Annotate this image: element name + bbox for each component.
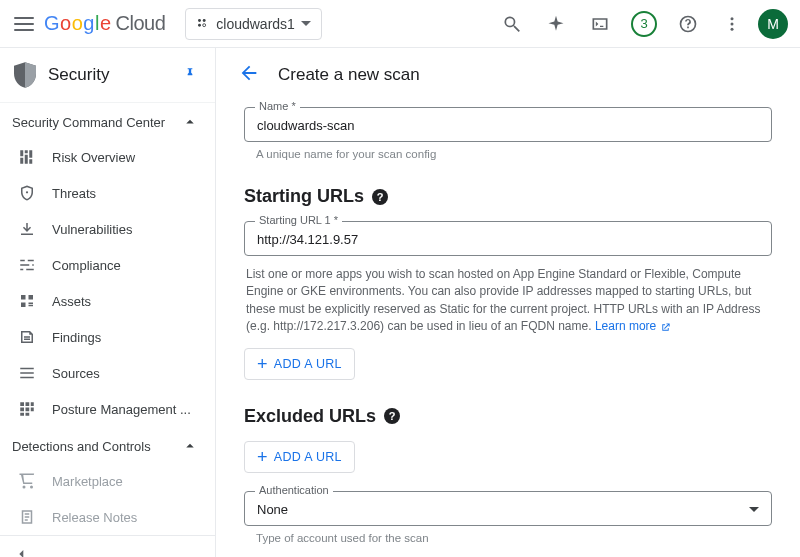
svg-point-0 [198, 19, 201, 22]
plus-icon: + [257, 448, 268, 466]
shield-outline-icon [18, 184, 36, 202]
external-link-icon [660, 322, 671, 333]
cart-icon [18, 472, 36, 490]
svg-point-2 [198, 23, 201, 26]
chevron-up-icon [181, 113, 199, 131]
tune-icon [18, 256, 36, 274]
nav-menu-button[interactable] [12, 12, 36, 36]
sidebar-item-sources[interactable]: Sources [0, 355, 215, 391]
sidebar-item-compliance[interactable]: Compliance [0, 247, 215, 283]
svg-point-7 [26, 191, 28, 193]
svg-point-1 [203, 19, 206, 22]
name-field-wrapper[interactable]: Name * [244, 107, 772, 142]
chevron-left-icon [14, 546, 30, 557]
project-name: cloudwards1 [216, 16, 295, 32]
main-content: Create a new scan Name * A unique name f… [216, 48, 800, 557]
sidebar-item-threats[interactable]: Threats [0, 175, 215, 211]
sparkle-icon [546, 14, 566, 34]
project-icon [196, 17, 210, 31]
authentication-value: None [257, 502, 749, 517]
sidebar-item-assets[interactable]: Assets [0, 283, 215, 319]
sidebar-item-vulnerabilities[interactable]: Vulnerabilities [0, 211, 215, 247]
notifications-button[interactable]: 3 [626, 6, 662, 42]
name-helper: A unique name for your scan config [256, 148, 772, 160]
arrow-left-icon [238, 62, 260, 84]
help-icon[interactable]: ? [384, 408, 400, 424]
search-button[interactable] [494, 6, 530, 42]
download-icon [18, 220, 36, 238]
sidebar-section-detections-controls[interactable]: Detections and Controls [0, 427, 215, 463]
authentication-dropdown[interactable]: Authentication None [244, 491, 772, 526]
grid-icon [18, 400, 36, 418]
starting-urls-title: Starting URLs ? [244, 186, 772, 207]
more-button[interactable] [714, 6, 750, 42]
back-button[interactable] [238, 62, 260, 87]
gemini-button[interactable] [538, 6, 574, 42]
svg-point-6 [731, 27, 734, 30]
google-cloud-logo[interactable]: Google Cloud [44, 12, 165, 35]
search-icon [502, 14, 522, 34]
chevron-up-icon [181, 437, 199, 455]
authentication-label: Authentication [255, 484, 333, 496]
sidebar: Security Security Command Center Risk Ov… [0, 48, 216, 557]
svg-point-3 [203, 23, 206, 26]
sidebar-title: Security [48, 65, 171, 85]
nav-scc: Risk Overview Threats Vulnerabilities Co… [0, 139, 215, 427]
project-picker[interactable]: cloudwards1 [185, 8, 322, 40]
assets-icon [18, 292, 36, 310]
dashboard-icon [18, 148, 36, 166]
help-button[interactable] [670, 6, 706, 42]
cloud-shell-button[interactable] [582, 6, 618, 42]
pin-icon[interactable] [183, 67, 197, 84]
sidebar-section-scc[interactable]: Security Command Center [0, 103, 215, 139]
sidebar-item-risk-overview[interactable]: Risk Overview [0, 139, 215, 175]
shield-icon [14, 62, 36, 88]
findings-icon [18, 328, 36, 346]
plus-icon: + [257, 355, 268, 373]
learn-more-link[interactable]: Learn more [595, 319, 671, 333]
notes-icon [18, 508, 36, 526]
caret-down-icon [301, 21, 311, 27]
add-excluded-url-button[interactable]: + ADD A URL [244, 441, 355, 473]
starting-url-1-wrapper[interactable]: Starting URL 1 * [244, 221, 772, 256]
svg-point-4 [731, 17, 734, 20]
notification-badge: 3 [631, 11, 657, 37]
help-icon [678, 14, 698, 34]
excluded-urls-title: Excluded URLs ? [244, 406, 772, 427]
sidebar-item-release-notes[interactable]: Release Notes [0, 499, 215, 535]
account-avatar[interactable]: M [758, 9, 788, 39]
sidebar-item-marketplace[interactable]: Marketplace [0, 463, 215, 499]
sidebar-header: Security [0, 48, 215, 103]
caret-down-icon [749, 507, 759, 512]
starting-urls-description: List one or more apps you wish to scan h… [246, 266, 772, 336]
kebab-icon [723, 15, 741, 33]
name-label: Name * [255, 100, 300, 112]
list-icon [18, 364, 36, 382]
nav-dc: Marketplace Release Notes [0, 463, 215, 535]
authentication-helper: Type of account used for the scan [256, 532, 772, 544]
sidebar-item-posture-management[interactable]: Posture Management ... [0, 391, 215, 427]
svg-point-5 [731, 22, 734, 25]
name-input[interactable] [257, 118, 759, 133]
starting-url-1-label: Starting URL 1 * [255, 214, 342, 226]
starting-url-1-input[interactable] [257, 232, 759, 247]
topbar: Google Cloud cloudwards1 3 M [0, 0, 800, 48]
main-header: Create a new scan [216, 48, 800, 101]
sidebar-item-findings[interactable]: Findings [0, 319, 215, 355]
page-title: Create a new scan [278, 65, 420, 85]
help-icon[interactable]: ? [372, 189, 388, 205]
collapse-sidebar-button[interactable] [0, 535, 215, 557]
add-starting-url-button[interactable]: + ADD A URL [244, 348, 355, 380]
terminal-icon [590, 14, 610, 34]
